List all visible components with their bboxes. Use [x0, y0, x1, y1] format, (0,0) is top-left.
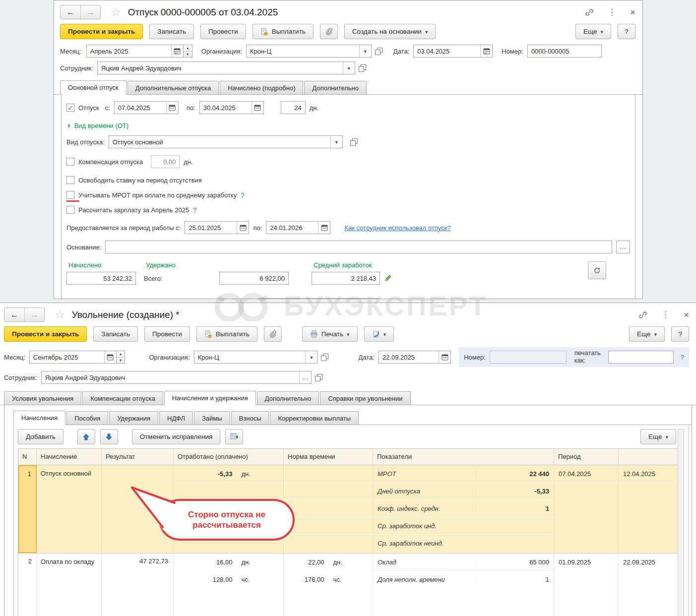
indicators-cell[interactable]: Оклад65 000 Доля неполн. времени1	[373, 554, 554, 616]
accrual-cell[interactable]: Отпуск основной	[37, 465, 102, 553]
back-button[interactable]	[4, 308, 24, 321]
withheld-total-field[interactable]: 6 922,00	[219, 272, 289, 285]
post-button[interactable]: Провести	[200, 24, 246, 39]
print-as-help-link[interactable]: ?	[681, 354, 684, 361]
open-reference-icon[interactable]	[315, 374, 322, 381]
favorite-star-icon[interactable]	[55, 308, 65, 321]
refresh-button[interactable]	[588, 261, 606, 279]
col-header-accrual[interactable]: Начисление	[37, 449, 102, 465]
time-kind-link[interactable]: Вид времени (ОТ)	[74, 122, 128, 129]
calc-salary-help-link[interactable]: ?	[193, 206, 196, 214]
compensation-days-field[interactable]: 0,00	[151, 155, 180, 168]
add-row-button[interactable]: Добавить	[18, 429, 63, 444]
organization-field[interactable]: Крон-Ц	[194, 351, 318, 364]
create-based-on-button[interactable]: Создать на основании	[344, 24, 436, 39]
pay-button[interactable]: Выплатить	[253, 24, 314, 39]
tab-main-vacation[interactable]: Основной отпуск	[60, 80, 127, 95]
tab-accrued-detail[interactable]: Начислено (подробно)	[220, 81, 303, 94]
col-header-n[interactable]: N	[18, 449, 37, 465]
basis-field[interactable]	[105, 241, 612, 253]
expand-chevron-icon[interactable]	[67, 121, 70, 130]
undo-corrections-button[interactable]: Отменить исправления	[132, 429, 221, 444]
post-and-close-button[interactable]: Провести и закрыть	[60, 24, 143, 39]
calendar-icon[interactable]	[318, 222, 330, 234]
move-up-button[interactable]	[77, 429, 95, 444]
col-header-blank[interactable]	[619, 449, 681, 465]
calendar-icon[interactable]	[439, 351, 450, 363]
vacation-to-field[interactable]: 30.04.2025	[199, 101, 264, 114]
write-button[interactable]: Записать	[93, 326, 138, 342]
table-row[interactable]: 1 Отпуск основной -5,33дн. МРОТ22 440 Дн…	[18, 465, 681, 554]
period-end-cell[interactable]: 12.04.2025	[619, 465, 681, 553]
calendar-icon[interactable]	[171, 45, 183, 57]
subtab-benefits[interactable]: Пособия	[66, 411, 108, 425]
month-stepper[interactable]: ▲▼	[117, 351, 126, 364]
pay-button[interactable]: Выплатить	[196, 326, 257, 342]
chevron-down-icon[interactable]	[330, 136, 342, 148]
forward-button[interactable]	[80, 5, 100, 19]
indicators-cell[interactable]: МРОТ22 440 Дней отпуска-5,33 Коэф. индек…	[373, 465, 554, 553]
compensation-checkbox[interactable]	[66, 158, 74, 166]
vacation-days-field[interactable]: 24	[281, 101, 306, 114]
help-button[interactable]: ?	[618, 24, 635, 39]
subtab-loans[interactable]: Займы	[194, 411, 230, 425]
open-reference-icon[interactable]	[375, 48, 382, 55]
forward-button[interactable]	[24, 308, 44, 321]
basis-more-button[interactable]	[616, 241, 630, 253]
table-row[interactable]: 2 Оплата по окладу 47 272,73 16,00дн. 12…	[18, 554, 681, 616]
organization-field[interactable]: Крон-Ц	[246, 45, 372, 58]
table-scrollbar[interactable]	[678, 429, 684, 616]
period-start-cell[interactable]: 07.04.2025	[554, 465, 619, 553]
tab-additional[interactable]: Дополнительно	[304, 81, 367, 94]
norm-cell[interactable]: 22,00дн. 176,00чс.	[284, 554, 373, 616]
average-earnings-field[interactable]: 2 218,43	[312, 272, 380, 285]
tab-vacation-compensations[interactable]: Компенсации отпуска	[82, 391, 163, 405]
open-reference-icon[interactable]	[350, 138, 358, 146]
tab-additional-vacations[interactable]: Дополнительные отпуска	[127, 81, 219, 94]
back-button[interactable]	[61, 5, 80, 19]
more-button[interactable]: Еще	[629, 326, 665, 342]
post-button[interactable]: Провести	[144, 326, 190, 342]
norm-cell[interactable]	[284, 465, 373, 553]
more-menu-icon[interactable]	[661, 309, 670, 320]
help-button[interactable]: ?	[671, 326, 689, 342]
result-cell[interactable]: 47 272,73	[102, 554, 174, 616]
attachment-button[interactable]	[264, 326, 282, 342]
employee-field[interactable]: Яцкив Андрей Эдуардович	[97, 62, 355, 74]
accrual-cell[interactable]: Оплата по окладу	[37, 554, 102, 616]
mrot-checkbox[interactable]	[66, 191, 74, 199]
period-start-cell[interactable]: 01.09.2025	[554, 554, 619, 616]
tab-accruals-deductions[interactable]: Начисления и удержания	[164, 391, 256, 405]
close-icon[interactable]	[684, 309, 689, 320]
ellipsis-icon[interactable]	[299, 371, 311, 383]
link-icon[interactable]	[585, 8, 594, 17]
period-end-cell[interactable]: 22.09.2025	[619, 554, 681, 616]
work-period-from-field[interactable]: 25.01.2025	[185, 221, 249, 234]
more-menu-icon[interactable]	[608, 7, 616, 17]
move-down-button[interactable]	[100, 429, 118, 444]
table-more-button[interactable]: Еще	[640, 429, 676, 444]
subtab-contributions[interactable]: Взносы	[231, 411, 269, 425]
subtab-payment-adjustments[interactable]: Корректировки выплаты	[270, 411, 359, 425]
month-stepper[interactable]: ▲▼	[184, 45, 192, 58]
pencil-icon[interactable]	[384, 274, 392, 282]
date-field[interactable]: 22.09.2025	[379, 351, 451, 364]
worked-cell[interactable]: 16,00дн. 128,00чс.	[174, 554, 284, 616]
vacation-kind-field[interactable]: Отпуск основной	[109, 135, 343, 148]
date-field[interactable]: 03.04.2025	[413, 45, 493, 58]
calendar-icon[interactable]	[166, 102, 178, 114]
chevron-down-icon[interactable]	[359, 45, 371, 57]
tab-additional[interactable]: Дополнительно	[257, 391, 319, 405]
work-period-to-field[interactable]: 24.01.2026	[266, 221, 330, 234]
attachment-button[interactable]	[320, 24, 338, 39]
calendar-icon[interactable]	[237, 222, 249, 234]
print-as-field[interactable]	[608, 351, 674, 364]
chevron-down-icon[interactable]	[305, 351, 317, 363]
export-button[interactable]	[364, 326, 394, 342]
calc-salary-checkbox[interactable]	[66, 206, 74, 214]
employee-field[interactable]: Яцкив Андрей Эдуардович	[41, 371, 312, 384]
col-header-period[interactable]: Период	[554, 449, 619, 465]
calendar-icon[interactable]	[104, 351, 116, 363]
subtab-ndfl[interactable]: НДФЛ	[159, 411, 193, 425]
add-indicator-button[interactable]	[225, 429, 243, 444]
